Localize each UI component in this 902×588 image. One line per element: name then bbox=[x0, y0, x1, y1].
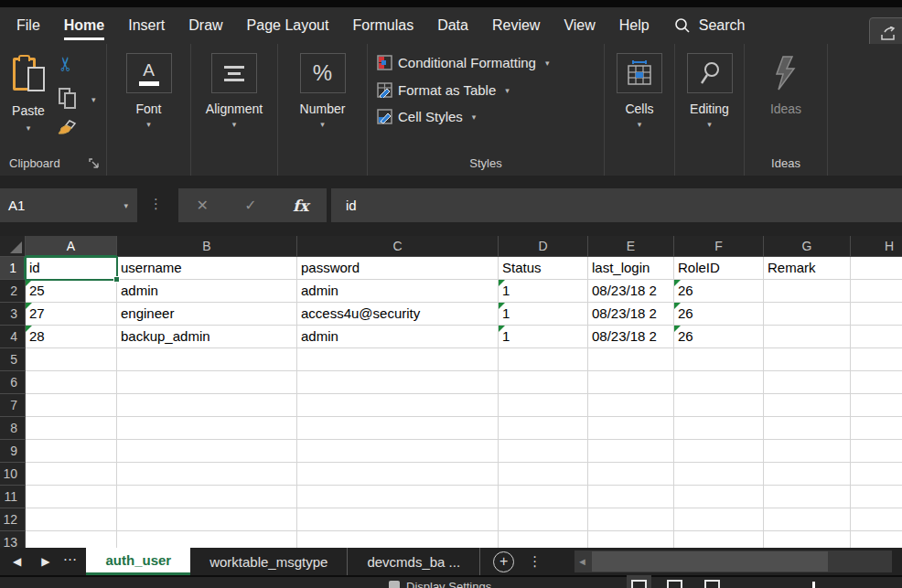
cell-E11[interactable] bbox=[588, 486, 674, 508]
cell-A6[interactable] bbox=[26, 371, 117, 394]
cell-F7[interactable] bbox=[674, 394, 764, 417]
cell-H7[interactable] bbox=[851, 394, 902, 417]
cell-H3[interactable] bbox=[851, 303, 902, 326]
zoom-slider-handle[interactable] bbox=[812, 582, 815, 588]
cell-H2[interactable] bbox=[851, 280, 902, 303]
formula-input[interactable]: id bbox=[331, 188, 902, 222]
page-break-view-icon[interactable] bbox=[704, 580, 720, 588]
cell-B1[interactable]: username bbox=[117, 257, 297, 280]
cell-F8[interactable] bbox=[674, 417, 764, 440]
conditional-formatting-button[interactable]: Conditional Formatting ▾ bbox=[377, 55, 549, 70]
number-button[interactable]: % Number ▾ bbox=[278, 53, 367, 128]
column-header-H[interactable]: H bbox=[851, 236, 902, 257]
page-layout-view-icon[interactable] bbox=[667, 580, 682, 588]
select-all-button[interactable] bbox=[0, 236, 26, 257]
copy-icon[interactable] bbox=[59, 88, 77, 110]
column-header-C[interactable]: C bbox=[297, 236, 499, 257]
formula-bar-splitter-icon[interactable]: ⋮ bbox=[149, 196, 163, 212]
font-dropdown-arrow[interactable]: ▾ bbox=[146, 121, 151, 128]
cell-A4[interactable]: 28 bbox=[26, 326, 117, 348]
cell-B13[interactable] bbox=[117, 531, 297, 548]
cell-H9[interactable] bbox=[851, 440, 902, 463]
row-header-5[interactable]: 5 bbox=[0, 348, 26, 371]
cell-E8[interactable] bbox=[588, 417, 674, 440]
cell-D3[interactable]: 1 bbox=[499, 303, 588, 326]
sheet-overflow-icon[interactable]: … bbox=[62, 548, 79, 575]
row-header-2[interactable]: 2 bbox=[0, 280, 26, 303]
cell-D9[interactable] bbox=[499, 440, 588, 463]
cut-icon[interactable]: ✂ bbox=[55, 56, 77, 72]
cell-G5[interactable] bbox=[764, 348, 851, 371]
cell-H10[interactable] bbox=[851, 463, 902, 486]
cell-C9[interactable] bbox=[297, 440, 499, 463]
row-header-11[interactable]: 11 bbox=[0, 486, 26, 508]
cell-C5[interactable] bbox=[297, 348, 499, 371]
menu-tab-view[interactable]: View bbox=[564, 17, 595, 34]
cell-C11[interactable] bbox=[297, 486, 499, 508]
cell-E7[interactable] bbox=[588, 394, 674, 417]
cell-G8[interactable] bbox=[764, 417, 851, 440]
cell-A7[interactable] bbox=[26, 394, 117, 417]
font-button[interactable]: A Font ▾ bbox=[107, 53, 190, 128]
number-dropdown-arrow[interactable]: ▾ bbox=[320, 121, 325, 128]
menu-tab-formulas[interactable]: Formulas bbox=[352, 17, 413, 34]
cell-A8[interactable] bbox=[26, 417, 117, 440]
row-header-12[interactable]: 12 bbox=[0, 508, 26, 531]
scrollbar-thumb[interactable] bbox=[592, 551, 828, 572]
cell-C12[interactable] bbox=[297, 508, 499, 531]
cells-button[interactable]: Cells ▾ bbox=[605, 53, 674, 128]
cell-D4[interactable]: 1 bbox=[499, 326, 588, 348]
sheet-tab-auth-user[interactable]: auth_user bbox=[86, 548, 190, 575]
format-painter-icon[interactable] bbox=[57, 119, 79, 137]
cell-C8[interactable] bbox=[297, 417, 499, 440]
cell-E2[interactable]: 08/23/18 2 bbox=[588, 280, 674, 303]
cell-G3[interactable] bbox=[764, 303, 851, 326]
cell-C13[interactable] bbox=[297, 531, 499, 548]
cell-E5[interactable] bbox=[588, 348, 674, 371]
scroll-left-icon[interactable]: ◄ bbox=[574, 556, 590, 567]
normal-view-icon[interactable] bbox=[631, 580, 647, 588]
cell-F10[interactable] bbox=[674, 463, 764, 486]
cell-E3[interactable]: 08/23/18 2 bbox=[588, 303, 674, 326]
cell-C10[interactable] bbox=[297, 463, 499, 486]
column-header-E[interactable]: E bbox=[588, 236, 674, 257]
cell-A10[interactable] bbox=[26, 463, 117, 486]
cell-F6[interactable] bbox=[674, 371, 764, 394]
menu-tab-draw[interactable]: Draw bbox=[188, 17, 222, 34]
cell-C2[interactable]: admin bbox=[297, 280, 499, 303]
cell-B10[interactable] bbox=[117, 463, 297, 486]
display-settings-label[interactable]: Display Settings bbox=[406, 580, 491, 588]
insert-function-icon[interactable]: fx bbox=[293, 197, 308, 215]
menu-tab-home[interactable]: Home bbox=[64, 17, 104, 34]
copy-dropdown-arrow[interactable]: ▾ bbox=[91, 95, 96, 104]
cell-G10[interactable] bbox=[764, 463, 851, 486]
menu-tab-data[interactable]: Data bbox=[437, 17, 468, 34]
menu-tab-review[interactable]: Review bbox=[492, 17, 540, 34]
cell-F1[interactable]: RoleID bbox=[674, 257, 764, 280]
clipboard-dialog-launcher-icon[interactable] bbox=[89, 158, 99, 168]
name-box[interactable]: A1 ▾ bbox=[0, 188, 137, 222]
cell-H6[interactable] bbox=[851, 371, 902, 394]
editing-dropdown-arrow[interactable]: ▾ bbox=[707, 121, 712, 128]
cell-A9[interactable] bbox=[26, 440, 117, 463]
cell-C3[interactable]: access4u@security bbox=[297, 303, 499, 326]
cell-H8[interactable] bbox=[851, 417, 902, 440]
cell-F13[interactable] bbox=[674, 531, 764, 548]
cell-E9[interactable] bbox=[588, 440, 674, 463]
cell-D10[interactable] bbox=[499, 463, 588, 486]
cell-D12[interactable] bbox=[499, 508, 588, 531]
sheet-tab-devcmds-ba[interactable]: devcmds_ba ... bbox=[348, 548, 480, 575]
row-header-9[interactable]: 9 bbox=[0, 440, 26, 463]
cell-B8[interactable] bbox=[117, 417, 297, 440]
cell-G7[interactable] bbox=[764, 394, 851, 417]
cell-E4[interactable]: 08/23/18 2 bbox=[588, 326, 674, 348]
cell-A1[interactable]: id bbox=[26, 257, 117, 280]
cell-F3[interactable]: 26 bbox=[674, 303, 764, 326]
cell-G4[interactable] bbox=[764, 326, 851, 348]
row-header-13[interactable]: 13 bbox=[0, 531, 26, 548]
cell-H11[interactable] bbox=[851, 486, 902, 508]
cell-C4[interactable]: admin bbox=[297, 326, 499, 348]
menu-tab-help[interactable]: Help bbox=[619, 17, 650, 34]
cell-G11[interactable] bbox=[764, 486, 851, 508]
cell-E10[interactable] bbox=[588, 463, 674, 486]
